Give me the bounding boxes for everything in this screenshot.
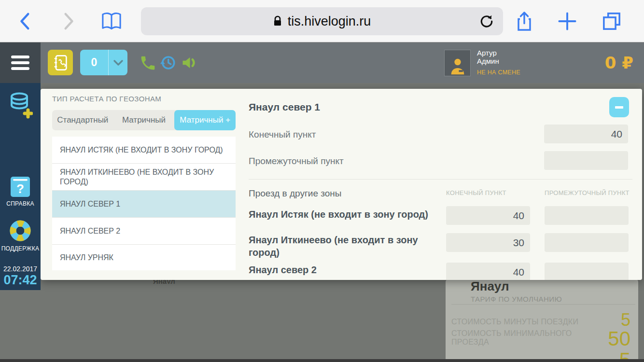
- sidebar: ? СПРАВКА ПОДДЕРЖКА 22.02.2017 07:42: [0, 83, 41, 290]
- divider: [249, 179, 632, 180]
- tariff-card: Янаул ТАРИФ ПО УМОЛЧАНИЮ СТОИМОСТЬ МИНУТ…: [446, 279, 638, 362]
- menu-button[interactable]: [0, 42, 41, 83]
- new-tab-button[interactable]: [557, 11, 578, 32]
- database-plus-icon: [8, 92, 33, 119]
- tab-matrix-plus[interactable]: Матричный +: [174, 110, 236, 130]
- col-header-mid-point: ПРОМЕЖУТОЧНЫЙ ПУНКТ: [545, 189, 630, 196]
- bookmarks-button[interactable]: [101, 11, 122, 32]
- reload-icon: [479, 14, 494, 29]
- matrix-mid-input-0[interactable]: [545, 206, 629, 225]
- chevron-down-icon: [109, 50, 127, 75]
- help-book-icon: ?: [10, 176, 31, 198]
- remove-zone-button[interactable]: [609, 97, 629, 117]
- help-label: СПРАВКА: [0, 200, 41, 207]
- col-header-end-point: КОНЕЧНЫЙ ПУНКТ: [446, 189, 506, 196]
- phonebook-icon: [53, 54, 68, 71]
- zone-list: ЯНАУЛ ИСТЯК (НЕ ВХОДИТ В ЗОНУ ГОРОД) ЯНА…: [52, 137, 236, 270]
- tariff-row: СТОИМОСТЬ МИНУТЫ ПОЕЗДКИ 5: [451, 309, 630, 330]
- tab-standard[interactable]: Стандартный: [52, 110, 113, 130]
- person-icon: [448, 56, 467, 76]
- history-icon: [159, 54, 177, 71]
- plus-icon: [557, 11, 577, 31]
- calc-type-segmented-control: Стандартный Матричный Матричный +: [52, 110, 236, 130]
- zone-item-yanaul-sever-2[interactable]: ЯНАУЛ СЕВЕР 2: [52, 218, 236, 245]
- share-button[interactable]: [514, 11, 535, 32]
- hamburger-icon: [11, 56, 29, 58]
- balance-amount: 0 ₽: [605, 53, 633, 72]
- matrix-mid-input-2[interactable]: [545, 263, 629, 280]
- help-button[interactable]: ?: [10, 176, 31, 198]
- zone-detail-title: Янаул север 1: [249, 101, 320, 113]
- matrix-row-label: Янаул Иткинеево (не входит в зону город): [249, 234, 442, 259]
- current-time: 07:42: [0, 273, 41, 288]
- tariff-row: СТОИМОСТЬ МИНИМАЛЬНОГО ПРОЕЗДА 50: [451, 329, 630, 350]
- bottom-edge-bar: [0, 359, 644, 362]
- phone-icon: [139, 54, 157, 72]
- current-date: 22.02.2017: [0, 265, 41, 273]
- divider: [451, 304, 635, 305]
- call-counter-dropdown[interactable]: 0: [80, 50, 127, 75]
- browser-toolbar: tis.hivelogin.ru: [0, 0, 644, 42]
- minus-icon: [615, 106, 623, 109]
- share-icon: [516, 10, 533, 32]
- support-label: ПОДДЕРЖКА: [0, 245, 41, 252]
- matrix-end-input-1[interactable]: [446, 233, 530, 252]
- support-button[interactable]: [9, 219, 32, 242]
- mid-point-input[interactable]: [544, 151, 628, 170]
- phone-button[interactable]: [139, 54, 157, 72]
- zone-item-yanaul-urnyak[interactable]: ЯНАУЛ УРНЯК: [52, 245, 236, 270]
- matrix-mid-input-1[interactable]: [545, 233, 629, 252]
- user-avatar[interactable]: [444, 50, 471, 76]
- add-database-button[interactable]: [8, 92, 33, 119]
- tabs-icon: [602, 11, 622, 31]
- call-count: 0: [80, 50, 109, 75]
- address-bar[interactable]: tis.hivelogin.ru: [141, 7, 503, 35]
- sound-button[interactable]: [181, 54, 198, 71]
- matrix-row-label: Янаул Истяк (не входит в зону город): [249, 208, 442, 221]
- back-button[interactable]: [14, 11, 36, 32]
- matrix-end-input-2[interactable]: [446, 263, 530, 280]
- app-header: 0 Артур Админ НЕ НА СМЕНЕ 0 ₽: [0, 42, 644, 83]
- book-icon: [101, 11, 122, 32]
- zone-item-yanaul-sever-1[interactable]: ЯНАУЛ СЕВЕР 1: [52, 191, 236, 218]
- lock-icon: [273, 15, 282, 27]
- reload-button[interactable]: [476, 11, 497, 32]
- speaker-icon: [181, 54, 198, 71]
- user-name: Артур Админ: [477, 49, 499, 65]
- tariff-card-subtitle: ТАРИФ ПО УМОЛЧАНИЮ: [471, 295, 562, 303]
- shift-status-badge: НЕ НА СМЕНЕ: [477, 69, 520, 76]
- chevron-left-icon: [18, 12, 32, 30]
- matrix-row-label: Янаул север 2: [249, 264, 442, 276]
- matrix-end-input-0[interactable]: [446, 206, 530, 225]
- tab-matrix[interactable]: Матричный: [113, 110, 175, 130]
- url-text: tis.hivelogin.ru: [288, 14, 371, 29]
- lifebuoy-icon: [9, 219, 32, 242]
- phonebook-button[interactable]: [48, 50, 73, 75]
- zone-item-yanaul-istyak[interactable]: ЯНАУЛ ИСТЯК (НЕ ВХОДИТ В ЗОНУ ГОРОД): [52, 137, 236, 164]
- history-button[interactable]: [159, 54, 177, 71]
- mid-point-label: Промежуточный пункт: [249, 156, 344, 167]
- end-point-label: Конечный пункт: [249, 129, 316, 140]
- svg-text:?: ?: [16, 181, 24, 196]
- zone-item-yanaul-itkineevo[interactable]: ЯНАУЛ ИТКИНЕЕВО (НЕ ВХОДИТ В ЗОНУ ГОРОД): [52, 164, 236, 191]
- other-zones-label: Проезд в другие зоны: [249, 188, 342, 199]
- tabs-button[interactable]: [601, 11, 622, 32]
- geozone-settings-modal: ТИП РАСЧЕТА ПО ГЕОЗОНАМ Стандартный Матр…: [41, 89, 642, 280]
- forward-button[interactable]: [58, 11, 79, 32]
- chevron-right-icon: [61, 12, 76, 30]
- end-point-input[interactable]: [544, 125, 628, 143]
- calc-type-label: ТИП РАСЧЕТА ПО ГЕОЗОНАМ: [52, 95, 161, 103]
- tariff-card-title: Янаул: [471, 279, 509, 294]
